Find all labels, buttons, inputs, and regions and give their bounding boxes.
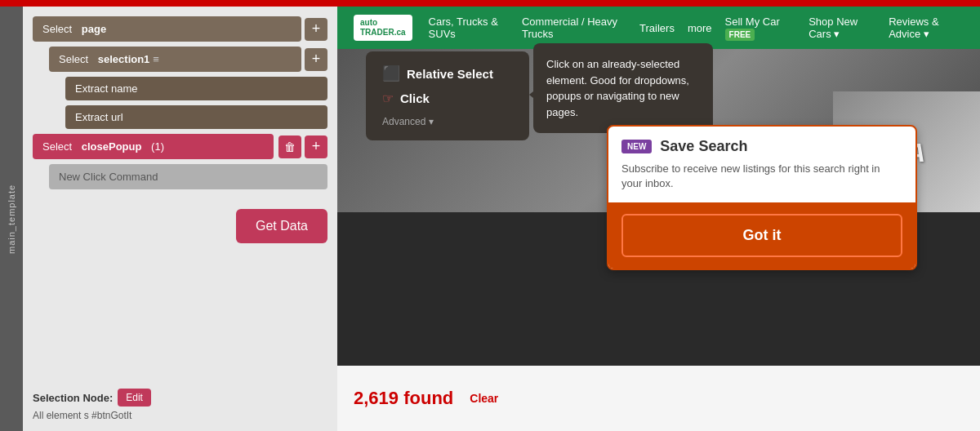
selection-node-label: Selection Node: Edit	[33, 389, 327, 407]
select-page-bar[interactable]: Select page	[33, 16, 301, 42]
nav-link-more[interactable]: more	[688, 22, 712, 34]
extract-name-value: name	[111, 82, 138, 95]
extract-url-row: Extract url	[33, 105, 327, 129]
new-click-command-row: New Click Command	[33, 164, 327, 189]
extract-url-bar[interactable]: Extract url	[65, 105, 327, 129]
list-icon: ≡	[153, 53, 159, 65]
selection-node-area: Selection Node: Edit All element s #btnG…	[33, 380, 327, 421]
delete-closepopup-btn[interactable]: 🗑	[278, 136, 301, 158]
select-cp-prefix: Select	[42, 140, 72, 153]
select-cp-badge: (1)	[151, 140, 164, 153]
nav-shop-new-cars[interactable]: Shop New Cars ▾	[808, 16, 875, 40]
ss-desc: Subscribe to receive new listings for th…	[608, 162, 915, 202]
description-bubble: Click on an already-selected element. Go…	[533, 43, 713, 133]
extract-url-prefix: Extract	[75, 111, 111, 123]
get-data-container: Get Data	[33, 202, 327, 243]
ss-title: Save Search	[660, 138, 747, 155]
left-panel: Select page + Select selection1 ≡ + Extr…	[23, 7, 337, 431]
got-it-btn[interactable]: Got it	[621, 214, 902, 257]
sidebar-label: main_template	[0, 7, 23, 431]
logo-line2: TRADER.ca	[360, 28, 406, 38]
autotrader-nav-links: Cars, Trucks & SUVs Commercial / Heavy T…	[429, 16, 964, 40]
select-s1-value: selection1	[98, 53, 150, 65]
rs-click-row: ☞ Click	[382, 91, 513, 106]
rs-title-row: ⬛ Relative Select	[382, 64, 513, 82]
nav-link-cars[interactable]: Cars, Trucks & SUVs	[429, 16, 509, 40]
select-selection1-bar[interactable]: Select selection1 ≡	[49, 47, 301, 72]
selection-node-edit-btn[interactable]: Edit	[118, 389, 151, 407]
select-page-value: page	[82, 23, 106, 35]
found-count: 2,619 found	[354, 388, 453, 409]
rs-icon: ⬛	[382, 64, 400, 82]
clear-btn[interactable]: Clear	[470, 392, 498, 405]
new-click-command-label: New Click Command	[59, 171, 158, 183]
rs-advanced-btn[interactable]: Advanced ▾	[382, 116, 513, 127]
rs-title-text: Relative Select	[407, 67, 493, 81]
nav-link-trailers[interactable]: Trailers	[639, 22, 675, 34]
select-page-prefix: Select	[42, 23, 72, 35]
select-page-row: Select page +	[33, 16, 327, 42]
select-closepopup-bar[interactable]: Select closePopup (1)	[33, 134, 274, 159]
select-s1-prefix: Select	[59, 53, 88, 65]
add-closepopup-btn[interactable]: +	[305, 136, 327, 158]
found-label: found	[403, 388, 453, 408]
nav-sell-my-car[interactable]: Sell My Car FREE	[725, 16, 796, 40]
at-bottom-bar: 2,619 found Clear	[337, 366, 980, 431]
selection-node-text: Selection Node:	[33, 392, 113, 404]
select-cp-value: closePopup	[82, 140, 142, 153]
top-red-bar	[0, 0, 980, 7]
select-selection1-row: Select selection1 ≡ +	[33, 47, 327, 72]
found-number: 2,619	[354, 388, 399, 408]
ss-header: NEW Save Search	[608, 127, 915, 162]
free-badge: FREE	[725, 29, 755, 41]
extract-name-bar[interactable]: Extract name	[65, 77, 327, 100]
browser-area: auto TRADER.ca Cars, Trucks & SUVs Comme…	[337, 7, 980, 431]
get-data-btn[interactable]: Get Data	[236, 209, 327, 243]
rs-click-icon: ☞	[382, 91, 394, 106]
ss-button-area: Got it	[608, 202, 915, 269]
ss-new-badge: NEW	[621, 140, 652, 153]
extract-name-row: Extract name	[33, 77, 327, 100]
rs-click-label: Click	[400, 91, 430, 105]
relative-select-popup: ⬛ Relative Select ☞ Click Advanced ▾	[366, 51, 529, 140]
sidebar-label-text: main_template	[7, 184, 16, 253]
description-text: Click on an already-selected element. Go…	[546, 58, 689, 118]
selection-node-info: All element s #btnGotIt	[33, 410, 327, 421]
save-search-dialog: NEW Save Search Subscribe to receive new…	[607, 125, 917, 270]
nav-reviews-advice[interactable]: Reviews & Advice ▾	[889, 16, 964, 40]
select-selection1-plus-btn[interactable]: +	[305, 48, 327, 71]
select-closepopup-row: Select closePopup (1) 🗑 +	[33, 134, 327, 159]
nav-link-commercial[interactable]: Commercial / Heavy Trucks	[522, 16, 626, 40]
select-page-plus-btn[interactable]: +	[305, 18, 327, 41]
extract-name-prefix: Extract	[75, 82, 111, 95]
autotrader-logo: auto TRADER.ca	[354, 15, 412, 41]
new-click-command-bar[interactable]: New Click Command	[49, 164, 327, 189]
extract-url-value: url	[111, 111, 122, 123]
logo-line1: auto	[360, 18, 406, 28]
